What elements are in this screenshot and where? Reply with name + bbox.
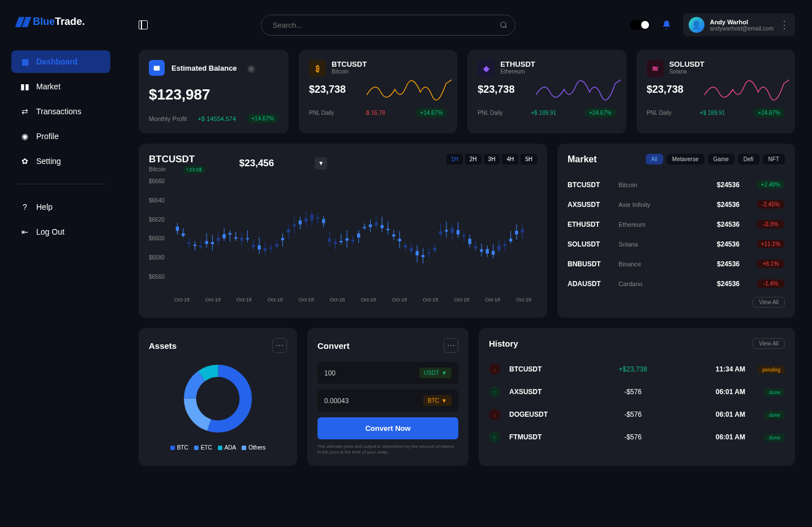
convert-from-input[interactable]: [324, 369, 381, 377]
coin-symbol: SOLUSDT: [669, 60, 704, 68]
logo-text: BlueTrade.: [33, 16, 85, 28]
svg-rect-113: [497, 245, 500, 250]
from-token-select[interactable]: USDT▼: [419, 368, 452, 378]
x-tick: Oct-18: [268, 297, 283, 303]
market-row[interactable]: BNBUSDTBinance$24536+6.1%: [568, 254, 785, 274]
history-row[interactable]: ↑AXSUSDT-$57606:01 AMdone: [489, 381, 785, 403]
nav-logout[interactable]: ⇤Log Out: [11, 221, 110, 243]
svg-rect-3: [176, 227, 179, 231]
svg-rect-65: [357, 234, 360, 237]
svg-rect-93: [439, 231, 442, 235]
svg-rect-43: [293, 224, 295, 227]
coin-card[interactable]: ◆ETHUSDTEthereum$23,738PNL Daily+$ 189.9…: [467, 50, 626, 133]
convert-to-input[interactable]: [324, 397, 381, 405]
nav-transactions[interactable]: ⇄Transactions: [11, 100, 110, 123]
legend-item: ETC: [194, 444, 212, 451]
svg-rect-27: [246, 238, 249, 239]
market-row[interactable]: ADAUSDTCardano$24536-1.4%: [568, 274, 785, 293]
nav-market[interactable]: ▮▮Market: [11, 75, 110, 98]
assets-card: Assets ⋯ BTCETCADAOthers: [139, 328, 297, 466]
timeframe-2H[interactable]: 2H: [465, 154, 482, 165]
market-symbol: SOLUSDT: [568, 240, 618, 248]
svg-rect-97: [450, 228, 453, 233]
tab-defi[interactable]: Defi: [738, 154, 759, 165]
market-row[interactable]: SOLUSDTSolana$24536+11.1%: [568, 234, 785, 254]
svg-rect-17: [217, 237, 220, 241]
tab-metaverse[interactable]: Metaverse: [667, 154, 704, 165]
more-icon[interactable]: ⋯: [444, 338, 458, 353]
history-row[interactable]: ↑FTMUSDT-$57606:01 AMdone: [489, 426, 785, 448]
arrow-down-icon: ↓: [489, 364, 500, 375]
history-view-all[interactable]: View All: [753, 338, 785, 349]
to-token-select[interactable]: BTC▼: [423, 395, 452, 406]
svg-rect-103: [468, 239, 471, 244]
coin-card[interactable]: ₿BTCUSDTBitcoin$23,738PNL Daily-$ 16.78+…: [299, 50, 457, 133]
timeframe-4H[interactable]: 4H: [502, 154, 518, 165]
market-view-all[interactable]: View All: [753, 297, 785, 308]
arrow-up-icon: ↑: [489, 431, 500, 443]
arrow-down-icon: ↓: [489, 409, 500, 420]
search-icon: [500, 21, 508, 29]
svg-rect-67: [363, 227, 366, 228]
svg-rect-47: [304, 218, 307, 222]
nav-profile[interactable]: ◉Profile: [11, 125, 110, 148]
avatar: 👤: [689, 17, 704, 33]
coin-card[interactable]: ≋SOLUSDTSolana$23,738PNL Daily+$ 189.91+…: [637, 50, 795, 133]
tab-all[interactable]: All: [646, 154, 663, 165]
market-row[interactable]: ETHUSDTEthereum$24536-0.3%: [568, 214, 785, 234]
svg-rect-49: [310, 214, 313, 220]
market-row[interactable]: BTCUSDTBitcoin$24536+2.48%: [568, 175, 785, 195]
coin-name: Solana: [669, 68, 704, 75]
change-badge: +14.67%: [247, 114, 278, 123]
logo[interactable]: BlueTrade.: [0, 16, 122, 28]
kebab-icon[interactable]: ⋮: [779, 19, 789, 31]
balance-title: Estimated Balance: [171, 64, 237, 72]
chevron-down-icon[interactable]: ▼: [315, 157, 327, 170]
timeframe-1H[interactable]: 1H: [446, 154, 463, 165]
x-tick: Oct-18: [330, 297, 345, 303]
coin-icon: ₿: [309, 60, 326, 77]
nav-help[interactable]: ?Help: [11, 196, 110, 218]
history-row[interactable]: ↓DOGEUSDT-$57606:01 AMdone: [489, 403, 785, 426]
timeframe-3H[interactable]: 3H: [484, 154, 500, 165]
history-status: done: [745, 411, 785, 418]
convert-to: BTC▼: [317, 390, 458, 412]
market-title: Market: [568, 154, 597, 165]
more-icon[interactable]: ⋯: [272, 338, 287, 353]
market-symbol: ADAUSDT: [568, 280, 618, 288]
history-amount: -$576: [577, 388, 689, 396]
panel-toggle-icon[interactable]: [139, 20, 148, 29]
candlestick-chart[interactable]: $6660$6640$6620$6600$6580$6560 Oct-18Oct…: [149, 178, 537, 303]
nav-label: Log Out: [36, 227, 65, 236]
search-input[interactable]: [261, 15, 515, 36]
tab-nft[interactable]: NFT: [763, 154, 785, 165]
user-menu[interactable]: 👤 Andy Warhol andywarhold@email.com ⋮: [683, 14, 795, 36]
svg-rect-51: [316, 218, 319, 219]
convert-button[interactable]: Convert Now: [317, 417, 458, 439]
tab-game[interactable]: Game: [708, 154, 734, 165]
svg-rect-107: [480, 249, 483, 252]
user-email: andywarhold@email.com: [710, 25, 774, 32]
svg-rect-85: [415, 251, 418, 256]
nav-dashboard[interactable]: ▦Dashboard: [11, 50, 110, 73]
chart-icon: ▮▮: [20, 82, 29, 91]
bell-icon[interactable]: [661, 20, 672, 30]
history-status: pending: [745, 365, 785, 373]
svg-rect-69: [369, 224, 372, 227]
svg-rect-19: [222, 234, 225, 238]
svg-rect-57: [334, 241, 337, 244]
sparkline: [704, 75, 789, 106]
svg-rect-81: [404, 245, 407, 247]
timeframe-5H[interactable]: 5H: [521, 154, 537, 165]
svg-rect-61: [345, 238, 348, 240]
legend-item: Others: [242, 444, 265, 451]
market-row[interactable]: AXSUSDTAxie Infinity$24536-2.45%: [568, 195, 785, 214]
svg-rect-95: [445, 230, 448, 232]
market-symbol: BTCUSDT: [568, 181, 618, 189]
eye-icon[interactable]: ◉: [247, 63, 255, 74]
market-symbol: ETHUSDT: [568, 221, 618, 228]
history-row[interactable]: ↓BTCUSDT+$23,73811:34 AMpending: [489, 358, 785, 381]
market-tabs: AllMetaverseGameDefiNFT: [646, 154, 785, 165]
nav-setting[interactable]: ✿Setting: [11, 150, 110, 172]
theme-toggle[interactable]: [630, 20, 650, 30]
